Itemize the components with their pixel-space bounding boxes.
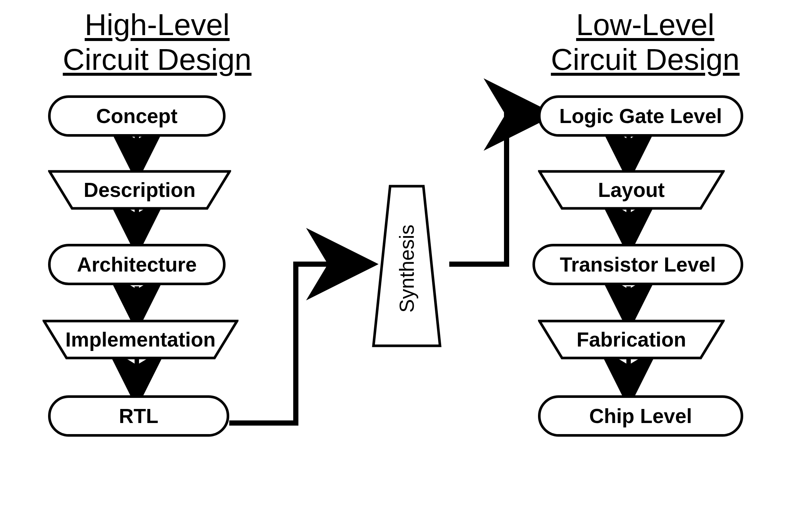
heading-high-level-line1: High-Level [85,8,230,41]
node-architecture-label: Architecture [77,253,197,276]
node-implementation: Implementation [43,320,238,359]
node-description: Description [48,170,231,210]
node-concept: Concept [48,95,226,137]
heading-high-level-line2: Circuit Design [63,42,251,76]
node-concept-label: Concept [96,104,177,128]
node-fabrication-label: Fabrication [576,328,686,351]
node-logic-gate-level: Logic Gate Level [538,95,743,137]
node-logic-gate-level-label: Logic Gate Level [559,104,722,128]
node-rtl: RTL [48,395,229,437]
heading-low-level: Low-Level Circuit Design [540,7,751,77]
node-description-label: Description [84,178,196,202]
heading-high-level: High-Level Circuit Design [48,7,266,77]
heading-low-level-line1: Low-Level [576,8,714,41]
node-architecture: Architecture [48,244,226,285]
node-transistor-level: Transistor Level [532,244,743,285]
node-implementation-label: Implementation [65,328,216,351]
node-chip-level: Chip Level [538,395,743,437]
node-synthesis: Synthesis [362,185,451,347]
node-rtl-label: RTL [119,404,159,428]
node-layout: Layout [538,170,725,210]
node-synthesis-label: Synthesis [395,225,418,313]
node-transistor-level-label: Transistor Level [560,253,716,276]
node-layout-label: Layout [598,178,664,202]
heading-low-level-line2: Circuit Design [551,42,740,76]
node-fabrication: Fabrication [538,320,725,359]
node-chip-level-label: Chip Level [589,404,692,428]
